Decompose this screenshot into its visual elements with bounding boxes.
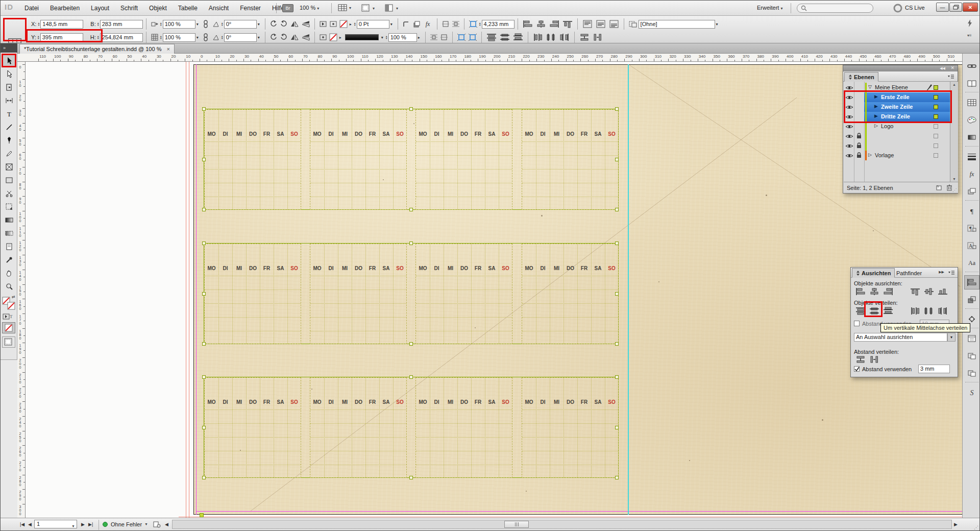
distribute-left-icon[interactable] xyxy=(532,32,544,42)
apply-none-button[interactable] xyxy=(2,322,15,333)
layer-row-7[interactable] xyxy=(844,141,950,151)
selection-handle[interactable] xyxy=(615,242,619,245)
next-page-button[interactable]: ▶ xyxy=(81,522,85,527)
document-tab[interactable]: *Tutorial Schreibtischunterlage gestalte… xyxy=(19,44,175,54)
menu-item-fenster[interactable]: Fenster xyxy=(234,1,266,16)
dock-align-panel[interactable] xyxy=(964,275,979,289)
selection-handle[interactable] xyxy=(409,375,413,379)
scrollbar-thumb[interactable] xyxy=(504,521,529,528)
minimize-button[interactable]: — xyxy=(936,3,949,12)
expand-triangle-icon[interactable]: ▶ xyxy=(874,94,878,99)
dock-pages-panel[interactable] xyxy=(964,76,979,90)
selection-handle[interactable] xyxy=(202,342,206,346)
object-style-dropdown[interactable]: [Ohne] xyxy=(639,20,715,29)
justify-bottom-icon[interactable] xyxy=(608,19,620,29)
dock-paragraph-styles-panel[interactable]: ¶ xyxy=(964,221,979,235)
new-layer-icon[interactable] xyxy=(935,184,943,191)
calendar-row-group[interactable]: MODIMIDOFRSASOMODIMIDOFRSASOMODIMIDOFRSA… xyxy=(204,109,619,210)
dock-effects-panel[interactable]: fx xyxy=(964,167,979,181)
rotate-cw-icon[interactable] xyxy=(279,19,288,29)
delete-layer-icon[interactable] xyxy=(946,184,953,191)
dock-snippets-panel-2[interactable] xyxy=(964,366,979,380)
distribute-right-icon[interactable] xyxy=(558,32,571,42)
distribute-horizontal-space-button[interactable] xyxy=(868,354,881,365)
toolbar-page-tool[interactable] xyxy=(3,81,15,93)
rotate-180-icon[interactable] xyxy=(269,32,278,42)
selection-handle[interactable] xyxy=(202,426,206,429)
select-container-icon[interactable] xyxy=(318,19,328,29)
toolbar-type-tool[interactable]: T xyxy=(3,108,15,120)
prev-page-button[interactable]: ◀ xyxy=(28,522,32,527)
lock-icon[interactable] xyxy=(855,132,863,139)
space-vertical-icon[interactable] xyxy=(578,32,591,42)
flip-icon-2[interactable] xyxy=(289,32,300,42)
flip-vertical-icon[interactable] xyxy=(301,19,311,29)
bridge-button[interactable]: Br xyxy=(282,4,293,12)
align-panel-menu-icon[interactable] xyxy=(947,270,955,276)
distribute-vertical-space-button[interactable] xyxy=(854,354,867,365)
menu-item-tabelle[interactable]: Tabelle xyxy=(173,1,203,16)
last-page-button[interactable]: ▶| xyxy=(88,522,93,527)
selection-handle[interactable] xyxy=(409,208,413,211)
selection-handle[interactable] xyxy=(202,208,206,211)
swap-fill-stroke-icon[interactable]: ⇄ xyxy=(12,295,15,299)
distribute-hcenter-icon[interactable] xyxy=(545,32,557,42)
selection-proxy-square[interactable] xyxy=(934,134,938,138)
page-dropdown-icon[interactable]: ▼ xyxy=(71,522,75,530)
tab-pathfinder[interactable]: Pathfinder xyxy=(893,268,925,278)
distribute-top-edges-button[interactable] xyxy=(854,306,867,316)
distribute-bottom-icon[interactable] xyxy=(512,32,524,42)
document-canvas[interactable]: MODIMIDOFRSASOMODIMIDOFRSASOMODIMIDOFRSA… xyxy=(26,62,962,518)
dock-color-panel[interactable] xyxy=(964,113,979,127)
selection-handle[interactable] xyxy=(615,208,619,211)
tab-close-icon[interactable]: × xyxy=(166,46,169,52)
rotate-90-icon[interactable] xyxy=(279,32,288,42)
shear-field[interactable]: 0° xyxy=(224,20,257,29)
space-horizontal-icon[interactable] xyxy=(592,32,604,42)
content-icon-2[interactable] xyxy=(318,32,328,42)
selection-proxy-square[interactable] xyxy=(934,85,938,90)
cs-live-icon[interactable] xyxy=(893,3,903,13)
scroll-right-icon[interactable]: ▶ xyxy=(954,522,958,527)
dock-scripts-panel[interactable]: S xyxy=(964,385,979,400)
arrange-documents-button[interactable]: ▾ xyxy=(384,4,398,13)
close-button[interactable]: ✕ xyxy=(963,3,978,12)
align-right-edges-button[interactable] xyxy=(881,286,895,297)
selection-handle[interactable] xyxy=(202,107,206,111)
select-content-icon[interactable] xyxy=(329,19,338,29)
scale-x-field[interactable]: 100 % xyxy=(163,20,195,29)
dock-pathfinder-panel[interactable] xyxy=(964,293,979,307)
screen-mode-button[interactable]: ▾ xyxy=(361,4,375,13)
preflight-panel-icon[interactable] xyxy=(153,521,161,528)
toolbar-selection-tool[interactable] xyxy=(3,55,15,67)
justify-center-icon[interactable] xyxy=(595,19,607,29)
formatting-container-icon[interactable] xyxy=(2,313,10,320)
dock-stroke-panel[interactable] xyxy=(964,150,979,164)
layer-row-1[interactable]: ▽Meine Ebene xyxy=(844,83,950,92)
layers-scrollbar[interactable]: ▲ ▼ xyxy=(950,82,958,182)
fit-content-icon[interactable] xyxy=(456,32,467,42)
justify-top-icon[interactable] xyxy=(581,19,594,29)
view-options-button[interactable]: ▾ xyxy=(337,4,351,12)
align-left-edges-button[interactable] xyxy=(854,286,867,297)
corner-options-icon[interactable] xyxy=(402,19,411,29)
distribute-vcenter-icon[interactable] xyxy=(499,32,511,42)
dock-character-styles-panel[interactable]: A xyxy=(964,238,979,253)
selection-handle[interactable] xyxy=(409,342,413,346)
stroke-weight-field[interactable]: 0 Pt xyxy=(357,20,389,29)
quick-apply-icon[interactable] xyxy=(966,19,973,28)
align-left-edges-icon[interactable] xyxy=(522,19,534,29)
layer-row-2[interactable]: ▶Erste Zeile xyxy=(844,92,950,102)
visibility-eye-icon[interactable] xyxy=(845,84,853,91)
selection-handle-stray[interactable] xyxy=(200,513,204,517)
visibility-eye-icon[interactable] xyxy=(845,113,853,120)
use-spacing-checkbox[interactable] xyxy=(854,321,860,326)
menu-item-bearbeiten[interactable]: Bearbeiten xyxy=(44,1,85,16)
dock-paragraph-panel[interactable]: ¶ xyxy=(964,204,979,218)
calendar-row-group[interactable]: MODIMIDOFRSASOMODIMIDOFRSASOMODIMIDOFRSA… xyxy=(204,243,619,344)
lock-icon[interactable] xyxy=(855,152,863,159)
expand-triangle-icon[interactable]: ▽ xyxy=(868,84,872,89)
dock-table-panel[interactable] xyxy=(964,95,979,110)
scroll-up-icon[interactable]: ▲ xyxy=(952,83,956,86)
distribute-left-edges-button[interactable] xyxy=(909,306,922,316)
